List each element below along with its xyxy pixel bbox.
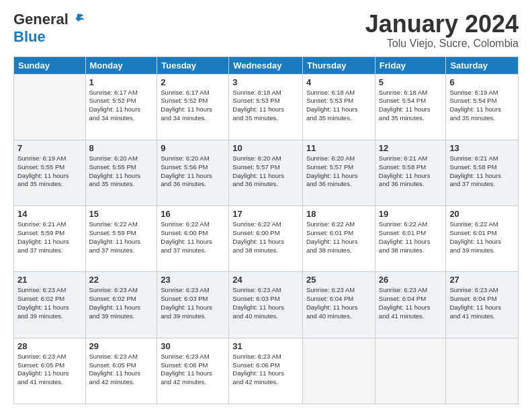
table-cell: 18Sunrise: 6:22 AM Sunset: 6:01 PM Dayli… [302, 206, 375, 272]
day-info: Sunrise: 6:21 AM Sunset: 5:58 PM Dayligh… [449, 154, 515, 189]
day-info: Sunrise: 6:23 AM Sunset: 6:03 PM Dayligh… [232, 286, 299, 320]
day-info: Sunrise: 6:23 AM Sunset: 6:04 PM Dayligh… [449, 286, 515, 320]
day-info: Sunrise: 6:23 AM Sunset: 6:03 PM Dayligh… [161, 286, 225, 320]
table-cell: 21Sunrise: 6:23 AM Sunset: 6:02 PM Dayli… [14, 272, 86, 338]
table-cell: 22Sunrise: 6:23 AM Sunset: 6:02 PM Dayli… [85, 272, 157, 338]
day-info: Sunrise: 6:23 AM Sunset: 6:02 PM Dayligh… [17, 286, 82, 320]
day-info: Sunrise: 6:22 AM Sunset: 6:00 PM Dayligh… [232, 220, 299, 255]
page: General Blue January 2024 Tolu Viejo, Su… [0, 0, 532, 411]
header: General Blue January 2024 Tolu Viejo, Su… [13, 11, 519, 50]
day-number: 3 [232, 77, 299, 87]
header-wednesday: Wednesday [229, 56, 303, 74]
day-number: 29 [89, 341, 154, 351]
table-cell [14, 74, 86, 140]
header-monday: Monday [85, 56, 157, 74]
table-cell: 31Sunrise: 6:23 AM Sunset: 6:06 PM Dayli… [229, 338, 303, 404]
table-cell: 8Sunrise: 6:20 AM Sunset: 5:55 PM Daylig… [85, 140, 157, 205]
day-info: Sunrise: 6:20 AM Sunset: 5:56 PM Dayligh… [161, 154, 225, 189]
table-row: 1Sunrise: 6:17 AM Sunset: 5:52 PM Daylig… [14, 74, 519, 140]
table-cell: 28Sunrise: 6:23 AM Sunset: 6:05 PM Dayli… [14, 338, 86, 404]
table-cell: 17Sunrise: 6:22 AM Sunset: 6:00 PM Dayli… [229, 206, 303, 272]
day-info: Sunrise: 6:22 AM Sunset: 6:01 PM Dayligh… [449, 220, 515, 255]
day-number: 19 [379, 209, 443, 219]
table-cell: 30Sunrise: 6:23 AM Sunset: 6:06 PM Dayli… [157, 338, 229, 404]
table-cell [375, 338, 446, 404]
day-number: 10 [232, 143, 299, 153]
day-number: 18 [306, 209, 371, 219]
table-row: 14Sunrise: 6:21 AM Sunset: 5:59 PM Dayli… [14, 206, 519, 272]
day-info: Sunrise: 6:20 AM Sunset: 5:55 PM Dayligh… [89, 154, 154, 189]
day-info: Sunrise: 6:17 AM Sunset: 5:52 PM Dayligh… [161, 89, 225, 123]
day-number: 4 [306, 77, 371, 87]
day-info: Sunrise: 6:23 AM Sunset: 6:05 PM Dayligh… [17, 353, 82, 387]
table-cell: 15Sunrise: 6:22 AM Sunset: 5:59 PM Dayli… [85, 206, 157, 272]
day-number: 5 [379, 77, 443, 87]
logo-general-text: General [13, 11, 69, 28]
title-section: January 2024 Tolu Viejo, Sucre, Colombia [365, 11, 519, 50]
day-info: Sunrise: 6:18 AM Sunset: 5:53 PM Dayligh… [232, 89, 299, 123]
day-info: Sunrise: 6:19 AM Sunset: 5:54 PM Dayligh… [449, 89, 515, 123]
header-row: Sunday Monday Tuesday Wednesday Thursday… [14, 56, 519, 74]
logo-blue-text: Blue [13, 28, 46, 46]
day-number: 2 [161, 77, 225, 87]
header-tuesday: Tuesday [157, 56, 229, 74]
day-info: Sunrise: 6:23 AM Sunset: 6:06 PM Dayligh… [161, 353, 225, 387]
table-cell: 20Sunrise: 6:22 AM Sunset: 6:01 PM Dayli… [446, 206, 519, 272]
day-info: Sunrise: 6:21 AM Sunset: 5:59 PM Dayligh… [17, 220, 82, 255]
table-cell: 2Sunrise: 6:17 AM Sunset: 5:52 PM Daylig… [157, 74, 229, 140]
table-row: 21Sunrise: 6:23 AM Sunset: 6:02 PM Dayli… [14, 272, 519, 338]
table-cell: 3Sunrise: 6:18 AM Sunset: 5:53 PM Daylig… [229, 74, 303, 140]
day-info: Sunrise: 6:17 AM Sunset: 5:52 PM Dayligh… [89, 89, 154, 123]
table-cell: 6Sunrise: 6:19 AM Sunset: 5:54 PM Daylig… [446, 74, 519, 140]
day-number: 26 [379, 275, 443, 285]
table-cell: 10Sunrise: 6:20 AM Sunset: 5:57 PM Dayli… [229, 140, 303, 205]
location-title: Tolu Viejo, Sucre, Colombia [365, 38, 519, 50]
day-info: Sunrise: 6:23 AM Sunset: 6:04 PM Dayligh… [306, 286, 371, 320]
day-info: Sunrise: 6:20 AM Sunset: 5:57 PM Dayligh… [306, 154, 371, 189]
logo-bird-icon [70, 12, 85, 27]
table-cell: 16Sunrise: 6:22 AM Sunset: 6:00 PM Dayli… [157, 206, 229, 272]
day-number: 6 [449, 77, 515, 87]
table-cell: 1Sunrise: 6:17 AM Sunset: 5:52 PM Daylig… [85, 74, 157, 140]
day-info: Sunrise: 6:21 AM Sunset: 5:58 PM Dayligh… [379, 154, 443, 189]
day-number: 9 [161, 143, 225, 153]
table-row: 7Sunrise: 6:19 AM Sunset: 5:55 PM Daylig… [14, 140, 519, 205]
day-number: 1 [89, 77, 154, 87]
day-info: Sunrise: 6:18 AM Sunset: 5:53 PM Dayligh… [306, 89, 371, 123]
day-number: 30 [161, 341, 225, 351]
header-saturday: Saturday [446, 56, 519, 74]
day-number: 24 [232, 275, 299, 285]
day-info: Sunrise: 6:19 AM Sunset: 5:55 PM Dayligh… [17, 154, 82, 189]
day-number: 31 [232, 341, 299, 351]
month-title: January 2024 [365, 11, 519, 38]
day-number: 22 [89, 275, 154, 285]
day-number: 14 [17, 209, 82, 219]
calendar-table: Sunday Monday Tuesday Wednesday Thursday… [13, 56, 519, 404]
table-cell: 13Sunrise: 6:21 AM Sunset: 5:58 PM Dayli… [446, 140, 519, 205]
table-cell: 7Sunrise: 6:19 AM Sunset: 5:55 PM Daylig… [14, 140, 86, 205]
day-info: Sunrise: 6:23 AM Sunset: 6:04 PM Dayligh… [379, 286, 443, 320]
day-info: Sunrise: 6:20 AM Sunset: 5:57 PM Dayligh… [232, 154, 299, 189]
table-cell: 5Sunrise: 6:18 AM Sunset: 5:54 PM Daylig… [375, 74, 446, 140]
day-info: Sunrise: 6:23 AM Sunset: 6:05 PM Dayligh… [89, 353, 154, 387]
table-cell: 29Sunrise: 6:23 AM Sunset: 6:05 PM Dayli… [85, 338, 157, 404]
day-number: 15 [89, 209, 154, 219]
day-number: 11 [306, 143, 371, 153]
table-cell: 25Sunrise: 6:23 AM Sunset: 6:04 PM Dayli… [302, 272, 375, 338]
table-cell: 14Sunrise: 6:21 AM Sunset: 5:59 PM Dayli… [14, 206, 86, 272]
day-number: 13 [449, 143, 515, 153]
table-row: 28Sunrise: 6:23 AM Sunset: 6:05 PM Dayli… [14, 338, 519, 404]
day-number: 28 [17, 341, 82, 351]
table-cell: 27Sunrise: 6:23 AM Sunset: 6:04 PM Dayli… [446, 272, 519, 338]
day-number: 25 [306, 275, 371, 285]
table-cell: 23Sunrise: 6:23 AM Sunset: 6:03 PM Dayli… [157, 272, 229, 338]
day-info: Sunrise: 6:22 AM Sunset: 6:01 PM Dayligh… [306, 220, 371, 255]
day-number: 12 [379, 143, 443, 153]
table-cell: 4Sunrise: 6:18 AM Sunset: 5:53 PM Daylig… [302, 74, 375, 140]
header-sunday: Sunday [14, 56, 86, 74]
table-cell [302, 338, 375, 404]
day-info: Sunrise: 6:23 AM Sunset: 6:02 PM Dayligh… [89, 286, 154, 320]
day-number: 21 [17, 275, 82, 285]
day-number: 20 [449, 209, 515, 219]
table-cell: 24Sunrise: 6:23 AM Sunset: 6:03 PM Dayli… [229, 272, 303, 338]
